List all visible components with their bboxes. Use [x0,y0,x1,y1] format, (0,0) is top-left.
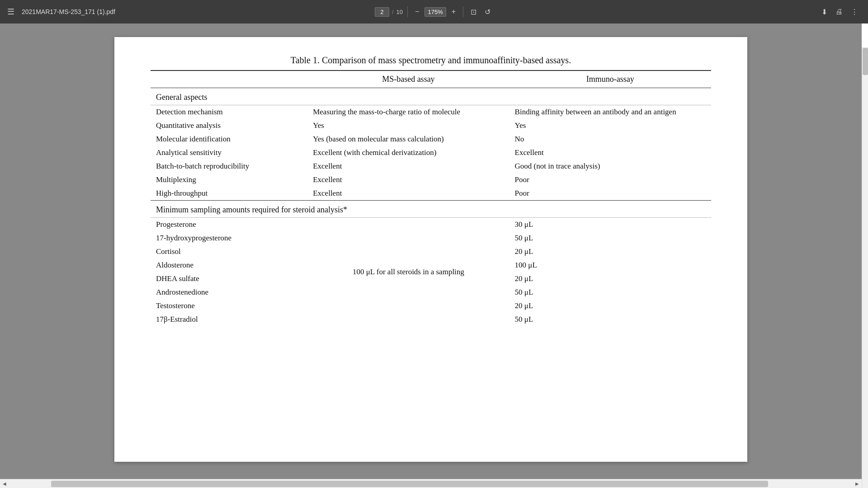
immuno-cell: 100 μL [509,258,711,272]
bottom-scrollbar[interactable]: ◀ ▶ [0,479,862,488]
page-separator: / [392,9,394,15]
toolbar: ☰ 2021MAR17-MS-253_171 (1).pdf / 10 − 17… [0,0,868,23]
feature-cell: Quantitative analysis [151,119,307,132]
immuno-cell: No [509,132,711,146]
filename-label: 2021MAR17-MS-253_171 (1).pdf [22,8,115,15]
col-feature-header [151,70,307,88]
print-button[interactable]: 🖨 [833,6,845,18]
ms-cell: Excellent [307,160,509,173]
section1-header: General aspects [151,88,711,105]
content-area: Table 1. Comparison of mass spectrometry… [0,23,862,479]
immuno-cell: 50 μL [509,286,711,299]
table-row: Multiplexing Excellent Poor [151,173,711,187]
feature-cell: Aldosterone [151,258,307,272]
fit-page-button[interactable]: ⊡ [468,6,479,18]
immuno-cell: 20 μL [509,299,711,313]
divider2 [463,6,463,17]
immuno-cell: Poor [509,173,711,187]
table-title: Table 1. Comparison of mass spectrometry… [151,55,711,66]
feature-cell: Batch-to-batch reproducibility [151,160,307,173]
table-row: Progesterone100 μL for all steroids in a… [151,218,711,232]
table-row: High-throughput Excellent Poor [151,187,711,201]
ms-cell: Excellent (with chemical derivatization) [307,146,509,160]
scroll-right-arrow[interactable]: ▶ [853,479,862,488]
col-ms-header: MS-based assay [307,70,509,88]
divider [407,6,408,17]
comparison-table: MS-based assay Immuno-assay General aspe… [151,70,711,326]
immuno-cell: 50 μL [509,231,711,245]
page-total: 10 [396,9,403,15]
table-row: Batch-to-batch reproducibility Excellent… [151,160,711,173]
feature-cell: Cortisol [151,245,307,258]
immuno-cell: 50 μL [509,313,711,326]
immuno-cell: Excellent [509,146,711,160]
page-navigation: / 10 − 175% + ⊡ ↺ [375,6,493,18]
ms-cell: Excellent [307,187,509,201]
ms-cell: Yes (based on molecular mass calculation… [307,132,509,146]
immuno-cell: 20 μL [509,272,711,286]
feature-cell: Molecular identification [151,132,307,146]
feature-cell: Androstenedione [151,286,307,299]
pdf-page: Table 1. Comparison of mass spectrometry… [114,37,747,462]
table-row: Molecular identification Yes (based on m… [151,132,711,146]
section2-header: Minimum sampling amounts required for st… [151,201,711,218]
zoom-level: 175% [425,7,446,17]
bottom-scrollbar-thumb[interactable] [51,481,768,487]
toolbar-right: ⬇ 🖨 ⋮ [819,6,861,18]
scroll-left-arrow[interactable]: ◀ [0,479,9,488]
rotate-button[interactable]: ↺ [482,6,493,18]
table-row: Detection mechanism Measuring the mass-t… [151,105,711,119]
immuno-cell: 20 μL [509,245,711,258]
feature-cell: DHEA sulfate [151,272,307,286]
immuno-cell: Good (not in trace analysis) [509,160,711,173]
table-row: Analytical sensitivity Excellent (with c… [151,146,711,160]
feature-cell: Progesterone [151,218,307,232]
feature-cell: Testosterone [151,299,307,313]
ms-cell: Measuring the mass-to-charge ratio of mo… [307,105,509,119]
more-options-button[interactable]: ⋮ [848,6,861,18]
feature-cell: Multiplexing [151,173,307,187]
feature-cell: 17β-Estradiol [151,313,307,326]
ms-cell: Excellent [307,173,509,187]
bottom-scrollbar-track[interactable] [9,479,853,488]
page-number-input[interactable] [375,7,389,17]
right-scrollbar[interactable] [862,47,868,488]
download-button[interactable]: ⬇ [819,6,830,18]
immuno-cell: Yes [509,119,711,132]
col-immuno-header: Immuno-assay [509,70,711,88]
ms-cell: Yes [307,119,509,132]
feature-cell: High-throughput [151,187,307,201]
right-scrollbar-thumb[interactable] [863,48,868,75]
menu-icon[interactable]: ☰ [7,7,14,17]
feature-cell: 17-hydroxyprogesterone [151,231,307,245]
zoom-out-button[interactable]: − [412,7,422,16]
feature-cell: Analytical sensitivity [151,146,307,160]
feature-cell: Detection mechanism [151,105,307,119]
immuno-cell: 30 μL [509,218,711,232]
immuno-cell: Poor [509,187,711,201]
table-row: Quantitative analysis Yes Yes [151,119,711,132]
ms-combined-cell: 100 μL for all steroids in a sampling [307,218,509,327]
zoom-in-button[interactable]: + [449,7,458,16]
immuno-cell: Binding affinity between an antibody and… [509,105,711,119]
